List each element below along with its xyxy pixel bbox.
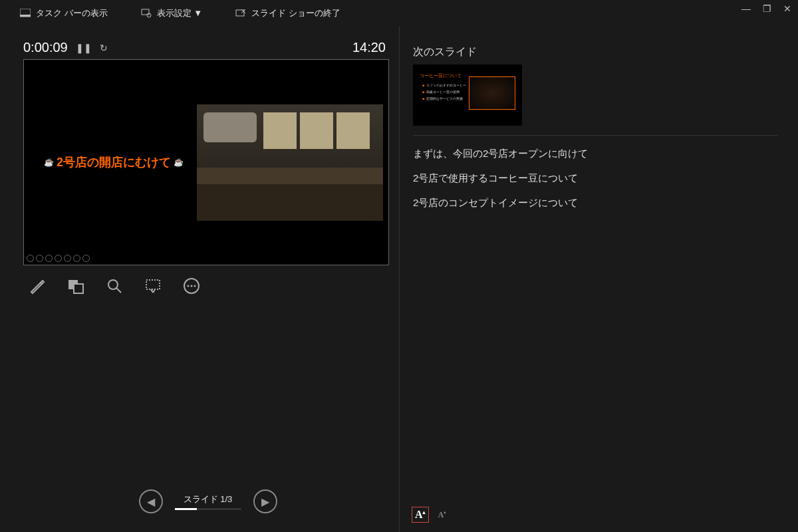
- slide-counter-text: スライド 1/3: [184, 493, 233, 505]
- notes-font-controls: A▴ A▾: [412, 507, 448, 523]
- mini-prev[interactable]: [27, 255, 34, 262]
- display-settings-label: 表示設定 ▼: [157, 7, 202, 19]
- timer-row: 0:00:09 ❚❚ ↻ 14:20: [23, 40, 392, 55]
- taskbar-icon: [20, 9, 31, 18]
- cafe-image: [197, 104, 383, 221]
- more-options-tool[interactable]: [182, 276, 201, 296]
- svg-line-10: [116, 288, 121, 293]
- end-show-icon: [235, 9, 246, 18]
- speaker-note-line: 2号店のコンセプトイメージについて: [413, 197, 778, 209]
- mini-zoomout[interactable]: [64, 255, 71, 262]
- mini-more[interactable]: [82, 255, 90, 262]
- speaker-note-line: まずは、今回の2号店オープンに向けて: [413, 148, 778, 160]
- presenter-right-pane: 次のスライド コーヒー豆について ■カフェのおすすめコーヒー ■高級コーヒー豆の…: [399, 27, 798, 532]
- window-controls: — ❐ ✕: [741, 3, 791, 14]
- current-slide-preview[interactable]: ☕ 2号店の開店にむけて ☕: [23, 59, 389, 265]
- mini-zoomin[interactable]: [73, 255, 80, 262]
- mini-menu[interactable]: [55, 255, 62, 262]
- show-taskbar-label: タスク バーの表示: [36, 7, 108, 19]
- minimize-button[interactable]: —: [741, 3, 751, 14]
- zoom-tool[interactable]: [104, 276, 124, 296]
- previous-slide-button[interactable]: ◀: [139, 489, 163, 513]
- pen-tool[interactable]: [27, 276, 47, 296]
- next-thumb-image: [469, 76, 515, 110]
- svg-point-16: [191, 285, 193, 287]
- reset-timer-button[interactable]: ↻: [100, 43, 108, 53]
- svg-point-17: [194, 285, 196, 287]
- next-slide-label: 次のスライド: [413, 45, 778, 59]
- close-button[interactable]: ✕: [783, 3, 791, 14]
- slide-navigation: ◀ スライド 1/3 ▶: [23, 489, 392, 525]
- svg-point-9: [108, 280, 118, 289]
- end-slideshow-button[interactable]: スライド ショーの終了: [229, 5, 347, 22]
- svg-point-15: [188, 285, 190, 287]
- next-thumb-bullet: ■高級コーヒー豆の使用: [422, 90, 460, 94]
- slide-title-text: 2号店の開店にむけて: [57, 154, 171, 170]
- decrease-font-button[interactable]: A▾: [436, 509, 449, 521]
- display-settings-button[interactable]: 表示設定 ▼: [134, 5, 209, 22]
- next-slide-thumbnail[interactable]: コーヒー豆について ■カフェのおすすめコーヒー ■高級コーヒー豆の使用 ■定期的…: [413, 65, 522, 126]
- svg-rect-8: [74, 284, 83, 293]
- progress-bar: [175, 508, 241, 510]
- next-thumb-bullet: ■定期的なサービスの実施: [422, 96, 463, 100]
- mini-pen[interactable]: [45, 255, 53, 262]
- next-thumb-title: コーヒー豆について: [420, 72, 462, 79]
- pause-button[interactable]: ❚❚: [76, 43, 92, 53]
- slide-mini-controls: [27, 255, 90, 262]
- svg-line-13: [153, 289, 155, 293]
- speaker-note-line: 2号店で使用するコーヒー豆について: [413, 172, 778, 185]
- next-thumb-bullet: ■カフェのおすすめコーヒー: [422, 83, 466, 87]
- topbar: タスク バーの表示 表示設定 ▼ スライド ショーの終了 — ❐ ✕: [0, 0, 798, 27]
- cup-icon: ☕: [44, 158, 54, 167]
- cup-icon: ☕: [174, 158, 184, 167]
- next-slide-button[interactable]: ▶: [253, 489, 277, 513]
- notes-divider: [413, 135, 778, 136]
- current-time: 14:20: [352, 40, 386, 55]
- end-slideshow-label: スライド ショーの終了: [251, 7, 340, 19]
- slide-title: ☕ 2号店の開店にむけて ☕: [44, 154, 184, 170]
- svg-rect-1: [20, 15, 31, 17]
- presenter-left-pane: 0:00:09 ❚❚ ↻ 14:20 ☕ 2号店の開店にむけて ☕: [0, 27, 399, 532]
- slide-content: ☕ 2号店の開店にむけて ☕: [24, 60, 388, 265]
- see-all-slides-tool[interactable]: [66, 276, 86, 296]
- presenter-tools: [23, 276, 392, 296]
- restore-button[interactable]: ❐: [763, 3, 771, 14]
- elapsed-time: 0:00:09: [23, 40, 68, 55]
- show-taskbar-button[interactable]: タスク バーの表示: [13, 5, 114, 22]
- mini-next[interactable]: [36, 255, 43, 262]
- black-screen-tool[interactable]: [143, 276, 163, 296]
- svg-rect-11: [146, 280, 160, 289]
- slide-counter: スライド 1/3: [175, 493, 241, 510]
- display-settings-icon: [141, 9, 152, 18]
- increase-font-button[interactable]: A▴: [412, 507, 429, 523]
